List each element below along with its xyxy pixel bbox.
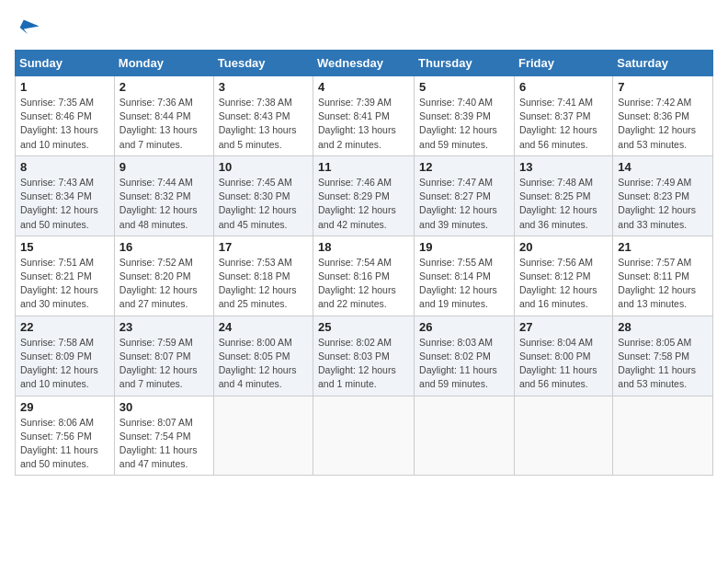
calendar-table: SundayMondayTuesdayWednesdayThursdayFrid… bbox=[15, 50, 713, 476]
calendar-day-cell: 29Sunrise: 8:06 AM Sunset: 7:56 PM Dayli… bbox=[16, 396, 115, 476]
calendar-day-cell: 15Sunrise: 7:51 AM Sunset: 8:21 PM Dayli… bbox=[16, 236, 115, 316]
day-number: 24 bbox=[219, 320, 308, 334]
day-info: Sunrise: 7:40 AM Sunset: 8:39 PM Dayligh… bbox=[419, 96, 509, 152]
day-number: 12 bbox=[419, 160, 509, 174]
day-info: Sunrise: 7:41 AM Sunset: 8:37 PM Dayligh… bbox=[519, 96, 608, 152]
day-number: 19 bbox=[419, 240, 509, 254]
day-info: Sunrise: 7:57 AM Sunset: 8:11 PM Dayligh… bbox=[618, 256, 708, 312]
calendar-day-cell: 10Sunrise: 7:45 AM Sunset: 8:30 PM Dayli… bbox=[213, 155, 313, 236]
weekday-header-sunday: Sunday bbox=[16, 51, 115, 76]
day-number: 23 bbox=[119, 320, 209, 334]
logo-bird-icon bbox=[15, 15, 40, 40]
day-number: 16 bbox=[119, 240, 209, 254]
calendar-day-cell: 7Sunrise: 7:42 AM Sunset: 8:36 PM Daylig… bbox=[613, 76, 713, 156]
day-info: Sunrise: 7:52 AM Sunset: 8:20 PM Dayligh… bbox=[119, 256, 209, 312]
day-info: Sunrise: 7:35 AM Sunset: 8:46 PM Dayligh… bbox=[20, 96, 109, 152]
calendar-day-cell: 23Sunrise: 7:59 AM Sunset: 8:07 PM Dayli… bbox=[114, 316, 213, 396]
calendar-day-cell: 1Sunrise: 7:35 AM Sunset: 8:46 PM Daylig… bbox=[16, 76, 115, 156]
day-info: Sunrise: 7:38 AM Sunset: 8:43 PM Dayligh… bbox=[219, 96, 308, 152]
day-info: Sunrise: 7:53 AM Sunset: 8:18 PM Dayligh… bbox=[219, 256, 308, 312]
day-info: Sunrise: 8:05 AM Sunset: 7:58 PM Dayligh… bbox=[618, 336, 708, 392]
calendar-day-cell: 19Sunrise: 7:55 AM Sunset: 8:14 PM Dayli… bbox=[415, 236, 515, 316]
calendar-day-cell: 17Sunrise: 7:53 AM Sunset: 8:18 PM Dayli… bbox=[213, 236, 313, 316]
calendar-day-cell: 6Sunrise: 7:41 AM Sunset: 8:37 PM Daylig… bbox=[514, 76, 612, 156]
calendar-day-cell: 27Sunrise: 8:04 AM Sunset: 8:00 PM Dayli… bbox=[514, 316, 612, 396]
calendar-day-cell: 9Sunrise: 7:44 AM Sunset: 8:32 PM Daylig… bbox=[114, 155, 213, 236]
day-number: 26 bbox=[419, 320, 509, 334]
calendar-week-row: 1Sunrise: 7:35 AM Sunset: 8:46 PM Daylig… bbox=[16, 76, 713, 156]
page-header bbox=[15, 15, 713, 40]
calendar-day-cell: 25Sunrise: 8:02 AM Sunset: 8:03 PM Dayli… bbox=[313, 316, 415, 396]
day-info: Sunrise: 7:55 AM Sunset: 8:14 PM Dayligh… bbox=[419, 256, 509, 312]
day-number: 6 bbox=[519, 80, 608, 94]
weekday-header-tuesday: Tuesday bbox=[213, 51, 313, 76]
day-info: Sunrise: 7:36 AM Sunset: 8:44 PM Dayligh… bbox=[119, 96, 209, 152]
day-info: Sunrise: 7:45 AM Sunset: 8:30 PM Dayligh… bbox=[219, 176, 308, 232]
day-info: Sunrise: 8:06 AM Sunset: 7:56 PM Dayligh… bbox=[20, 416, 109, 472]
calendar-week-row: 15Sunrise: 7:51 AM Sunset: 8:21 PM Dayli… bbox=[16, 236, 713, 316]
calendar-day-cell: 20Sunrise: 7:56 AM Sunset: 8:12 PM Dayli… bbox=[514, 236, 612, 316]
empty-cell bbox=[613, 396, 713, 476]
empty-cell bbox=[313, 396, 415, 476]
day-number: 30 bbox=[119, 400, 209, 414]
day-info: Sunrise: 8:04 AM Sunset: 8:00 PM Dayligh… bbox=[519, 336, 608, 392]
day-number: 10 bbox=[219, 160, 308, 174]
calendar-week-row: 8Sunrise: 7:43 AM Sunset: 8:34 PM Daylig… bbox=[16, 155, 713, 236]
day-number: 17 bbox=[219, 240, 308, 254]
day-info: Sunrise: 7:49 AM Sunset: 8:23 PM Dayligh… bbox=[618, 176, 708, 232]
calendar-day-cell: 4Sunrise: 7:39 AM Sunset: 8:41 PM Daylig… bbox=[313, 76, 415, 156]
day-number: 2 bbox=[119, 80, 209, 94]
calendar-day-cell: 2Sunrise: 7:36 AM Sunset: 8:44 PM Daylig… bbox=[114, 76, 213, 156]
day-number: 1 bbox=[20, 80, 109, 94]
calendar-day-cell: 21Sunrise: 7:57 AM Sunset: 8:11 PM Dayli… bbox=[613, 236, 713, 316]
day-info: Sunrise: 8:02 AM Sunset: 8:03 PM Dayligh… bbox=[318, 336, 409, 392]
day-number: 3 bbox=[219, 80, 308, 94]
day-info: Sunrise: 7:56 AM Sunset: 8:12 PM Dayligh… bbox=[519, 256, 608, 312]
calendar-day-cell: 3Sunrise: 7:38 AM Sunset: 8:43 PM Daylig… bbox=[213, 76, 313, 156]
day-info: Sunrise: 7:39 AM Sunset: 8:41 PM Dayligh… bbox=[318, 96, 409, 152]
day-number: 29 bbox=[20, 400, 109, 414]
day-info: Sunrise: 8:03 AM Sunset: 8:02 PM Dayligh… bbox=[419, 336, 509, 392]
day-info: Sunrise: 7:54 AM Sunset: 8:16 PM Dayligh… bbox=[318, 256, 409, 312]
day-number: 9 bbox=[119, 160, 209, 174]
day-info: Sunrise: 7:59 AM Sunset: 8:07 PM Dayligh… bbox=[119, 336, 209, 392]
weekday-header-saturday: Saturday bbox=[613, 51, 713, 76]
day-number: 18 bbox=[318, 240, 409, 254]
day-info: Sunrise: 7:43 AM Sunset: 8:34 PM Dayligh… bbox=[20, 176, 109, 232]
weekday-header-wednesday: Wednesday bbox=[313, 51, 415, 76]
empty-cell bbox=[514, 396, 612, 476]
calendar-day-cell: 14Sunrise: 7:49 AM Sunset: 8:23 PM Dayli… bbox=[613, 155, 713, 236]
weekday-header-thursday: Thursday bbox=[415, 51, 515, 76]
calendar-day-cell: 30Sunrise: 8:07 AM Sunset: 7:54 PM Dayli… bbox=[114, 396, 213, 476]
day-number: 7 bbox=[618, 80, 708, 94]
day-number: 14 bbox=[618, 160, 708, 174]
calendar-week-row: 22Sunrise: 7:58 AM Sunset: 8:09 PM Dayli… bbox=[16, 316, 713, 396]
day-info: Sunrise: 8:07 AM Sunset: 7:54 PM Dayligh… bbox=[119, 416, 209, 472]
empty-cell bbox=[415, 396, 515, 476]
day-info: Sunrise: 7:58 AM Sunset: 8:09 PM Dayligh… bbox=[20, 336, 109, 392]
weekday-header-row: SundayMondayTuesdayWednesdayThursdayFrid… bbox=[16, 51, 713, 76]
calendar-day-cell: 5Sunrise: 7:40 AM Sunset: 8:39 PM Daylig… bbox=[415, 76, 515, 156]
day-number: 5 bbox=[419, 80, 509, 94]
day-info: Sunrise: 7:48 AM Sunset: 8:25 PM Dayligh… bbox=[519, 176, 608, 232]
calendar-day-cell: 24Sunrise: 8:00 AM Sunset: 8:05 PM Dayli… bbox=[213, 316, 313, 396]
day-number: 20 bbox=[519, 240, 608, 254]
day-info: Sunrise: 7:46 AM Sunset: 8:29 PM Dayligh… bbox=[318, 176, 409, 232]
calendar-day-cell: 26Sunrise: 8:03 AM Sunset: 8:02 PM Dayli… bbox=[415, 316, 515, 396]
day-number: 28 bbox=[618, 320, 708, 334]
weekday-header-monday: Monday bbox=[114, 51, 213, 76]
svg-marker-0 bbox=[20, 20, 40, 34]
calendar-day-cell: 13Sunrise: 7:48 AM Sunset: 8:25 PM Dayli… bbox=[514, 155, 612, 236]
calendar-day-cell: 16Sunrise: 7:52 AM Sunset: 8:20 PM Dayli… bbox=[114, 236, 213, 316]
day-number: 22 bbox=[20, 320, 109, 334]
calendar-day-cell: 12Sunrise: 7:47 AM Sunset: 8:27 PM Dayli… bbox=[415, 155, 515, 236]
calendar-day-cell: 11Sunrise: 7:46 AM Sunset: 8:29 PM Dayli… bbox=[313, 155, 415, 236]
empty-cell bbox=[213, 396, 313, 476]
day-number: 27 bbox=[519, 320, 608, 334]
day-number: 11 bbox=[318, 160, 409, 174]
weekday-header-friday: Friday bbox=[514, 51, 612, 76]
calendar-day-cell: 18Sunrise: 7:54 AM Sunset: 8:16 PM Dayli… bbox=[313, 236, 415, 316]
day-info: Sunrise: 7:47 AM Sunset: 8:27 PM Dayligh… bbox=[419, 176, 509, 232]
calendar-day-cell: 28Sunrise: 8:05 AM Sunset: 7:58 PM Dayli… bbox=[613, 316, 713, 396]
day-info: Sunrise: 7:44 AM Sunset: 8:32 PM Dayligh… bbox=[119, 176, 209, 232]
